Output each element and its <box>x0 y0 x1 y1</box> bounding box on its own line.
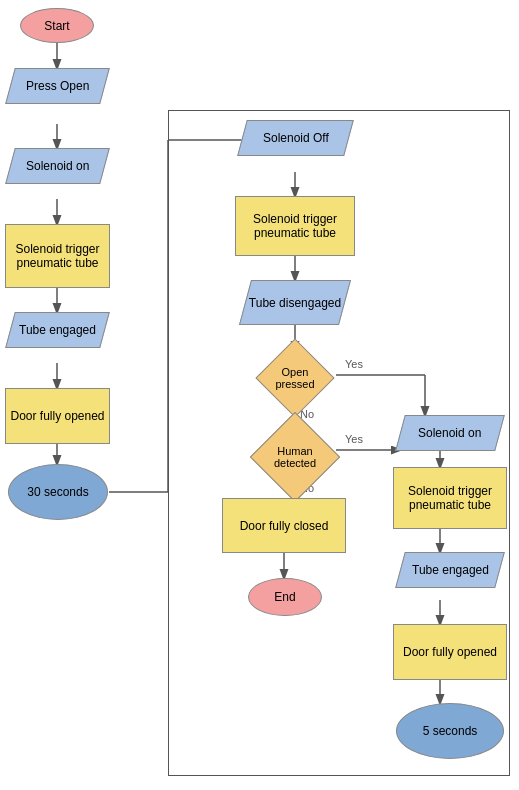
solenoid-on-1-label: Solenoid on <box>26 159 89 173</box>
tube-disengaged-shape: Tube disengaged <box>239 280 351 325</box>
start-label: Start <box>44 19 69 33</box>
solenoid-trigger-3-label: Solenoid trigger pneumatic tube <box>394 484 506 512</box>
door-fully-closed-label: Door fully closed <box>240 519 329 533</box>
five-seconds-label: 5 seconds <box>423 724 478 738</box>
solenoid-trigger-1-shape: Solenoid trigger pneumatic tube <box>5 224 110 288</box>
solenoid-off-shape: Solenoid Off <box>237 120 354 156</box>
five-seconds-shape: 5 seconds <box>396 703 504 759</box>
solenoid-trigger-2-label: Solenoid trigger pneumatic tube <box>236 212 354 240</box>
human-detected-label: Human detected <box>264 445 326 469</box>
solenoid-trigger-2-shape: Solenoid trigger pneumatic tube <box>235 196 355 256</box>
door-fully-opened-2-shape: Door fully opened <box>393 624 507 680</box>
flowchart: Yes No Yes No Start Press Open Solenoid … <box>0 0 519 790</box>
tube-engaged-1-shape: Tube engaged <box>5 312 110 348</box>
tube-engaged-2-shape: Tube engaged <box>395 552 505 588</box>
end-label: End <box>274 590 295 604</box>
press-open-shape: Press Open <box>5 68 110 104</box>
tube-engaged-1-label: Tube engaged <box>19 323 96 337</box>
solenoid-on-2-shape: Solenoid on <box>395 415 505 451</box>
thirty-seconds-shape: 30 seconds <box>8 464 108 520</box>
door-fully-opened-1-label: Door fully opened <box>10 409 104 423</box>
solenoid-trigger-3-shape: Solenoid trigger pneumatic tube <box>393 467 507 529</box>
door-fully-opened-2-label: Door fully opened <box>403 645 497 659</box>
solenoid-off-label: Solenoid Off <box>263 131 329 145</box>
open-pressed-label: Open pressed <box>268 366 322 390</box>
end-shape: End <box>248 578 322 616</box>
press-open-label: Press Open <box>26 79 89 93</box>
tube-disengaged-label: Tube disengaged <box>249 296 341 310</box>
solenoid-on-1-shape: Solenoid on <box>5 148 110 184</box>
door-fully-opened-1-shape: Door fully opened <box>5 388 110 444</box>
tube-engaged-2-label: Tube engaged <box>412 563 489 577</box>
solenoid-trigger-1-label: Solenoid trigger pneumatic tube <box>6 242 109 270</box>
start-shape: Start <box>20 8 94 43</box>
solenoid-on-2-label: Solenoid on <box>418 426 481 440</box>
door-fully-closed-shape: Door fully closed <box>222 498 346 553</box>
thirty-seconds-label: 30 seconds <box>27 485 88 499</box>
